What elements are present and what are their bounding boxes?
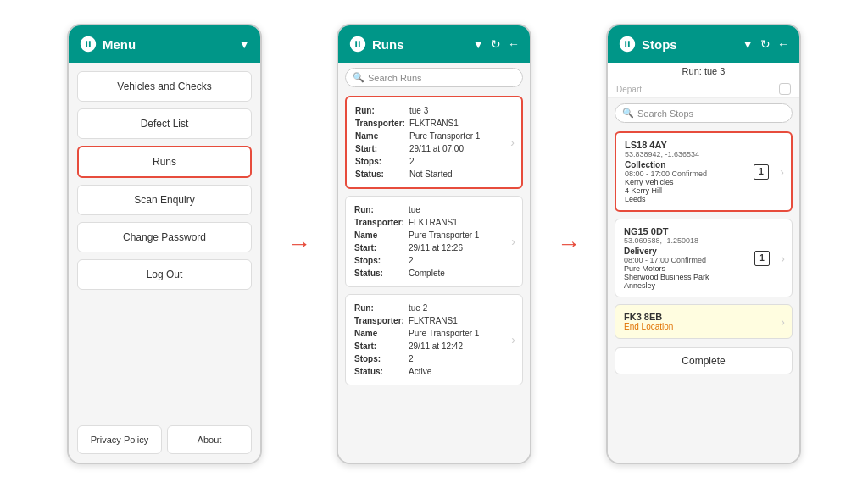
runs-logo-icon bbox=[348, 35, 367, 53]
runs-refresh-icon[interactable]: ↻ bbox=[491, 37, 501, 51]
transporter-value-3: FLKTRANS1 bbox=[409, 314, 458, 327]
transporter-value-2: FLKTRANS1 bbox=[409, 216, 458, 229]
stops-search-bar[interactable]: 🔍 Search Stops bbox=[615, 103, 793, 123]
main-container: Menu ▼ Vehicles and Checks Defect List R… bbox=[0, 0, 868, 488]
stop-2-address1: Sherwood Business Park bbox=[624, 273, 783, 281]
stop-1-name: Kerry Vehicles bbox=[625, 178, 782, 186]
search-icon: 🔍 bbox=[353, 72, 364, 83]
run-value-3: tue 2 bbox=[409, 302, 427, 314]
run-value-1: tue 3 bbox=[409, 104, 428, 117]
runs-title: Runs bbox=[372, 37, 404, 52]
runs-search-bar[interactable]: 🔍 Search Runs bbox=[345, 68, 523, 87]
run-card-1[interactable]: Run:tue 3 Transporter:FLKTRANS1 NamePure… bbox=[345, 96, 523, 189]
stop-card-2-chevron: › bbox=[781, 252, 785, 265]
stop-1-address1: 4 Kerry Hill bbox=[625, 186, 782, 195]
stop-card-3[interactable]: FK3 8EB End Location › bbox=[615, 304, 793, 339]
stop-1-badge: 1 bbox=[754, 164, 769, 180]
name-value-1: Pure Transporter 1 bbox=[409, 130, 480, 142]
stop-3-postcode: FK3 8EB bbox=[624, 312, 783, 322]
stops-value-3: 2 bbox=[409, 352, 414, 365]
start-value-2: 29/11 at 12:26 bbox=[409, 241, 463, 254]
menu-header-left: Menu bbox=[79, 35, 136, 53]
name-label-2: Name bbox=[354, 229, 405, 241]
name-label-1: Name bbox=[355, 130, 406, 142]
run-label-1: Run: bbox=[355, 104, 406, 117]
stops-back-icon[interactable]: ← bbox=[777, 37, 789, 51]
menu-header: Menu ▼ bbox=[69, 25, 260, 63]
stop-card-2[interactable]: NG15 0DT 53.069588, -1.250018 Delivery 0… bbox=[615, 219, 793, 297]
stop-2-address2: Annesley bbox=[624, 281, 783, 290]
run-info-bar: Run: tue 3 bbox=[608, 63, 799, 80]
menu-item-password[interactable]: Change Password bbox=[77, 222, 252, 252]
run-card-3[interactable]: Run:tue 2 Transporter:FLKTRANS1 NamePure… bbox=[345, 294, 523, 385]
stop-card-3-chevron: › bbox=[781, 315, 785, 329]
menu-item-privacy[interactable]: Privacy Policy bbox=[77, 425, 162, 454]
runs-filter-icon[interactable]: ▼ bbox=[472, 37, 484, 51]
stops-refresh-icon[interactable]: ↻ bbox=[760, 37, 771, 51]
arrow-1-container: → bbox=[287, 230, 311, 258]
filter-icon[interactable]: ▼ bbox=[238, 37, 250, 51]
stops-label-3: Stops: bbox=[354, 352, 405, 365]
stops-panel: Stops ▼ ↻ ← Run: tue 3 Depart 🔍 Search S… bbox=[606, 24, 801, 464]
runs-header: Runs ▼ ↻ ← bbox=[338, 25, 530, 63]
status-value-3: Active bbox=[409, 365, 431, 378]
runs-body: 🔍 Search Runs Run:tue 3 Transporter:FLKT… bbox=[338, 63, 530, 463]
stops-search-icon: 🔍 bbox=[622, 108, 634, 119]
stops-filter-icon[interactable]: ▼ bbox=[742, 37, 754, 51]
run-label-3: Run: bbox=[354, 302, 405, 314]
stop-2-name: Pure Motors bbox=[624, 264, 783, 273]
menu-item-runs[interactable]: Runs bbox=[77, 146, 252, 178]
stop-card-1[interactable]: LS18 4AY 53.838942, -1.636534 Collection… bbox=[615, 131, 793, 212]
status-label-3: Status: bbox=[354, 365, 405, 378]
menu-item-defect[interactable]: Defect List bbox=[77, 108, 252, 139]
logo-icon bbox=[79, 35, 97, 53]
depart-label: Depart bbox=[616, 85, 642, 94]
complete-button[interactable]: Complete bbox=[615, 347, 793, 374]
menu-item-logout[interactable]: Log Out bbox=[77, 259, 252, 290]
run-card-2-chevron: › bbox=[511, 235, 515, 248]
menu-item-vehicles[interactable]: Vehicles and Checks bbox=[77, 71, 252, 102]
stop-3-end-label: End Location bbox=[624, 322, 783, 331]
stop-2-postcode: NG15 0DT bbox=[624, 226, 783, 236]
stops-body: Run: tue 3 Depart 🔍 Search Stops LS18 4A… bbox=[608, 63, 799, 463]
stop-1-address2: Leeds bbox=[625, 195, 782, 203]
start-value-3: 29/11 at 12:42 bbox=[409, 340, 463, 352]
run-card-2[interactable]: Run:tue Transporter:FLKTRANS1 NamePure T… bbox=[345, 196, 523, 287]
name-label-3: Name bbox=[354, 327, 405, 340]
menu-header-icons: ▼ bbox=[238, 37, 250, 51]
stops-label-2: Stops: bbox=[354, 254, 405, 267]
status-value-2: Complete bbox=[409, 267, 445, 280]
start-label-1: Start: bbox=[355, 142, 406, 155]
stop-1-postcode: LS18 4AY bbox=[625, 140, 782, 150]
start-label-3: Start: bbox=[354, 340, 405, 352]
name-value-2: Pure Transporter 1 bbox=[409, 229, 479, 241]
stops-header-icons: ▼ ↻ ← bbox=[742, 37, 789, 51]
runs-header-left: Runs bbox=[348, 35, 404, 53]
runs-back-icon[interactable]: ← bbox=[508, 37, 520, 51]
stops-label-1: Stops: bbox=[355, 155, 406, 168]
status-label-1: Status: bbox=[355, 168, 406, 180]
stops-title: Stops bbox=[642, 37, 677, 52]
arrow-1-icon: → bbox=[287, 230, 311, 258]
menu-footer: Privacy Policy About bbox=[77, 425, 252, 454]
stops-value-2: 2 bbox=[409, 254, 414, 267]
stop-card-1-chevron: › bbox=[780, 165, 784, 179]
arrow-2-icon: → bbox=[557, 230, 581, 258]
menu-body: Vehicles and Checks Defect List Runs Sca… bbox=[69, 63, 260, 463]
transporter-label-1: Transporter: bbox=[355, 117, 406, 130]
run-info-text: Run: tue 3 bbox=[682, 66, 726, 76]
transporter-label-2: Transporter: bbox=[354, 216, 405, 229]
menu-panel: Menu ▼ Vehicles and Checks Defect List R… bbox=[67, 24, 262, 464]
menu-item-scan[interactable]: Scan Enquiry bbox=[77, 185, 252, 215]
menu-item-about[interactable]: About bbox=[167, 425, 252, 454]
stops-value-1: 2 bbox=[409, 155, 415, 168]
stops-header: Stops ▼ ↻ ← bbox=[608, 25, 799, 63]
stop-2-coords: 53.069588, -1.250018 bbox=[624, 236, 783, 245]
stops-header-left: Stops bbox=[618, 35, 677, 53]
depart-checkbox[interactable] bbox=[779, 83, 791, 95]
arrow-2-container: → bbox=[557, 230, 581, 258]
start-label-2: Start: bbox=[354, 241, 405, 254]
start-value-1: 29/11 at 07:00 bbox=[409, 142, 464, 155]
transporter-label-3: Transporter: bbox=[354, 314, 405, 327]
run-value-2: tue bbox=[409, 203, 420, 216]
